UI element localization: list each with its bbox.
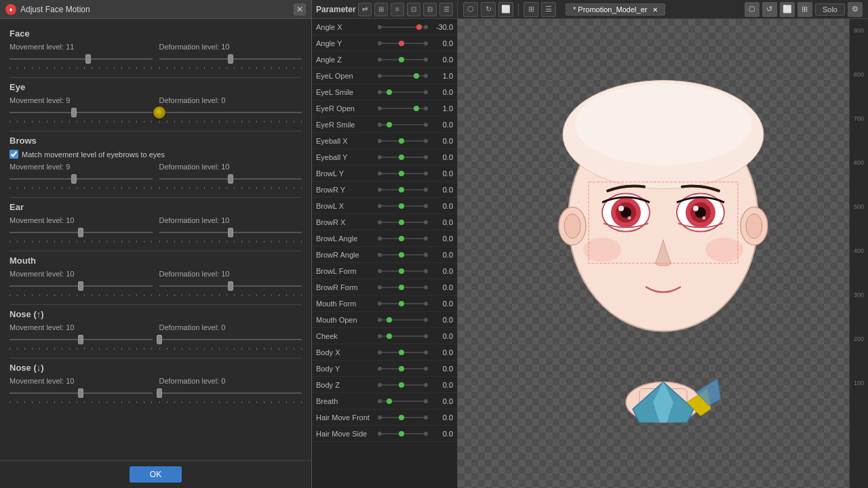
- param-row[interactable]: EyeL Smile0.0: [312, 84, 457, 100]
- param-slider[interactable]: [380, 22, 426, 33]
- mouth-deformation-thumb[interactable]: [228, 281, 233, 291]
- param-row[interactable]: Mouth Open0.0: [312, 312, 457, 328]
- param-slider[interactable]: [380, 412, 426, 423]
- param-row[interactable]: Body X0.0: [312, 344, 457, 361]
- menu-icon[interactable]: ☰: [541, 2, 556, 17]
- param-slider[interactable]: [380, 136, 426, 146]
- param-slider[interactable]: [380, 428, 426, 439]
- param-row[interactable]: Body Y0.0: [312, 361, 457, 377]
- param-slider[interactable]: [380, 87, 426, 98]
- param-row[interactable]: Mouth Form0.0: [312, 296, 457, 312]
- param-row[interactable]: Body Z0.0: [312, 377, 457, 393]
- param-row[interactable]: Eyeball Y0.0: [312, 149, 457, 165]
- param-row[interactable]: BrowL Form0.0: [312, 263, 457, 279]
- brows-deformation-thumb[interactable]: [228, 174, 233, 184]
- param-slider[interactable]: [380, 298, 426, 309]
- transform-icon[interactable]: ⬜: [780, 2, 795, 17]
- param-slider[interactable]: [380, 331, 426, 342]
- mouth-movement-slider[interactable]: [9, 279, 153, 293]
- param-row[interactable]: BrowL Y0.0: [312, 165, 457, 182]
- param-slider[interactable]: [380, 201, 426, 211]
- face-movement-thumb[interactable]: [85, 54, 91, 64]
- eye-deformation-slider[interactable]: [159, 106, 302, 119]
- nose-down-movement-slider[interactable]: [9, 386, 153, 400]
- param-slider[interactable]: [380, 396, 426, 407]
- ear-movement-thumb[interactable]: [78, 228, 83, 237]
- param-icon-3[interactable]: ≡: [391, 3, 404, 16]
- param-row[interactable]: BrowR Angle0.0: [312, 247, 457, 263]
- settings-icon[interactable]: ⚙: [848, 2, 863, 17]
- param-slider[interactable]: [380, 347, 426, 358]
- param-slider[interactable]: [380, 282, 426, 293]
- param-row[interactable]: Cheek0.0: [312, 328, 457, 344]
- eye-movement-thumb[interactable]: [71, 108, 77, 117]
- param-icon-6[interactable]: ☰: [439, 3, 453, 16]
- param-row[interactable]: Angle Z0.0: [312, 52, 457, 68]
- param-row[interactable]: Eyeball X0.0: [312, 133, 457, 149]
- param-slider[interactable]: [380, 217, 426, 228]
- face-deformation-slider[interactable]: [159, 52, 302, 66]
- param-row[interactable]: BrowL Angle0.0: [312, 230, 457, 247]
- param-slider[interactable]: [380, 363, 426, 374]
- param-slider[interactable]: [380, 119, 426, 130]
- param-slider[interactable]: [380, 70, 426, 81]
- canvas-tab-close[interactable]: ✕: [652, 6, 658, 14]
- nose-up-deformation-slider[interactable]: [159, 333, 302, 346]
- param-slider[interactable]: [380, 103, 426, 114]
- param-row[interactable]: BrowR Y0.0: [312, 182, 457, 198]
- mouth-deformation-slider[interactable]: [159, 279, 302, 293]
- dialog-close-button[interactable]: ✕: [294, 3, 306, 16]
- graph-icon[interactable]: ⬡: [745, 2, 760, 17]
- nose-down-movement-thumb[interactable]: [78, 388, 83, 398]
- param-slider[interactable]: [380, 233, 426, 244]
- eye-movement-slider[interactable]: [9, 106, 153, 119]
- brows-movement-thumb[interactable]: [71, 174, 77, 184]
- param-row[interactable]: Angle X-30.0: [312, 19, 457, 35]
- ear-deformation-slider[interactable]: [159, 226, 302, 239]
- param-row[interactable]: BrowR X0.0: [312, 214, 457, 230]
- param-row[interactable]: Angle Y0.0: [312, 35, 457, 52]
- param-slider[interactable]: [380, 249, 426, 260]
- param-row[interactable]: Hair Move Side0.0: [312, 426, 457, 442]
- param-slider[interactable]: [380, 266, 426, 277]
- param-slider[interactable]: [380, 152, 426, 163]
- canvas-tab[interactable]: * Promotion_Model_er ✕: [566, 3, 665, 16]
- nose-down-deformation-slider[interactable]: [159, 386, 302, 400]
- param-slider[interactable]: [380, 380, 426, 390]
- brows-deformation-slider[interactable]: [159, 172, 302, 186]
- param-slider[interactable]: [380, 314, 426, 325]
- face-deformation-thumb[interactable]: [228, 54, 233, 64]
- nose-up-movement-thumb[interactable]: [78, 335, 83, 344]
- ok-button[interactable]: OK: [130, 466, 182, 483]
- param-slider[interactable]: [380, 168, 426, 179]
- face-movement-slider[interactable]: [9, 52, 153, 66]
- param-row[interactable]: EyeR Open1.0: [312, 100, 457, 117]
- select-icon[interactable]: ⬜: [498, 2, 513, 17]
- nose-up-movement-slider[interactable]: [9, 333, 153, 346]
- nose-down-deformation-thumb[interactable]: [157, 388, 162, 398]
- param-slider[interactable]: [380, 184, 426, 195]
- eye-deformation-thumb-circle[interactable]: [153, 106, 165, 119]
- grid2-icon[interactable]: ⊞: [797, 2, 812, 17]
- rotate-icon[interactable]: ↻: [481, 2, 496, 17]
- brows-movement-slider[interactable]: [9, 172, 153, 186]
- param-icon-5[interactable]: ⊟: [423, 3, 437, 16]
- param-slider[interactable]: [380, 54, 426, 65]
- nose-up-deformation-thumb[interactable]: [157, 335, 162, 344]
- param-row[interactable]: Hair Move Front0.0: [312, 409, 457, 426]
- param-row[interactable]: BrowL X0.0: [312, 198, 457, 214]
- brows-match-checkbox[interactable]: [9, 150, 18, 159]
- param-icon-1[interactable]: ⇄: [358, 3, 372, 16]
- mouth-movement-thumb[interactable]: [78, 281, 83, 291]
- node-icon[interactable]: ⬡: [463, 2, 478, 17]
- param-row[interactable]: Breath0.0: [312, 393, 457, 409]
- param-icon-2[interactable]: ⊞: [374, 3, 388, 16]
- param-row[interactable]: EyeL Open1.0: [312, 68, 457, 84]
- param-slider[interactable]: [380, 38, 426, 49]
- ear-movement-slider[interactable]: [9, 226, 153, 239]
- grid-icon[interactable]: ⊞: [524, 2, 538, 17]
- param-icon-4[interactable]: ⊡: [407, 3, 420, 16]
- param-row[interactable]: BrowR Form0.0: [312, 279, 457, 296]
- solo-button[interactable]: Solo: [815, 3, 845, 16]
- param-row[interactable]: EyeR Smile0.0: [312, 117, 457, 133]
